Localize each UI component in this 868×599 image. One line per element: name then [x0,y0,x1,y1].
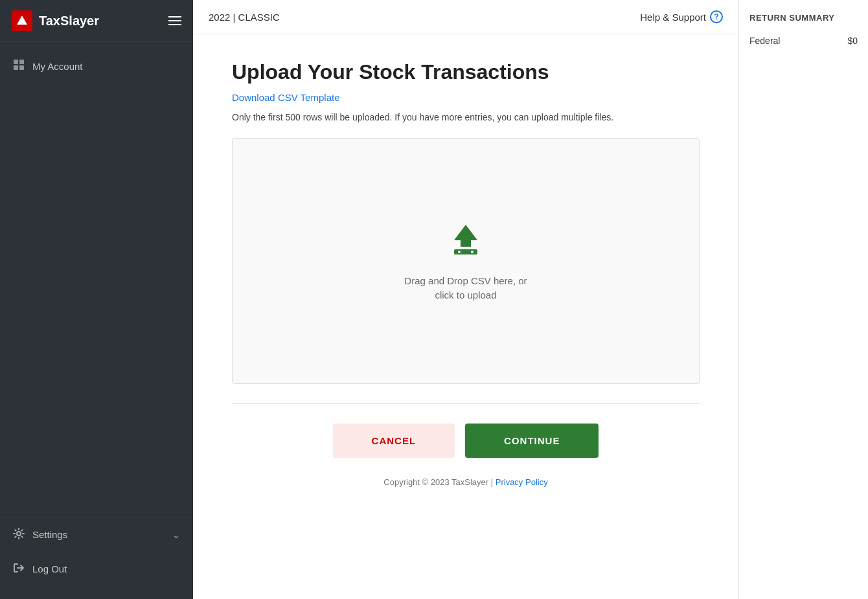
sidebar-header: TaxSlayer [0,0,193,42]
svg-point-5 [17,532,21,536]
federal-label: Federal [749,36,780,46]
section-divider [232,403,700,404]
svg-rect-7 [454,249,477,254]
upload-prompt-line2: click to upload [435,289,496,300]
logo-area: TaxSlayer [12,10,99,31]
action-buttons-row: CANCEL CONTINUE [232,424,700,458]
upload-arrow-icon [445,220,486,261]
my-account-label: My Account [32,61,83,72]
logout-label: Log Out [32,563,67,574]
help-support-button[interactable]: Help & Support ? [640,10,723,23]
logout-icon [13,562,25,576]
sidebar-item-my-account[interactable]: My Account [0,49,193,84]
upload-icon-wrapper [445,220,486,264]
download-csv-link[interactable]: Download CSV Template [232,92,339,103]
taxslayer-logo-icon [12,10,32,31]
right-panel: RETURN SUMMARY Federal $0 [738,0,868,599]
upload-prompt: Drag and Drop CSV here, or click to uplo… [404,274,527,303]
continue-button[interactable]: CONTINUE [465,424,599,458]
svg-rect-1 [14,60,18,64]
footer: Copyright © 2023 TaxSlayer | Privacy Pol… [232,477,700,487]
copyright-text: Copyright © 2023 TaxSlayer | [383,477,493,487]
settings-left: Settings [13,528,67,541]
sidebar-nav: My Account [0,42,193,517]
settings-chevron-icon: ⌄ [172,530,180,540]
sidebar-footer: Settings ⌄ Log Out [0,517,193,599]
svg-point-8 [458,251,461,253]
upload-note: Only the first 500 rows will be uploaded… [232,112,700,122]
main-content: Upload Your Stock Transactions Download … [193,34,738,599]
federal-summary-row: Federal $0 [749,36,858,46]
federal-value: $0 [847,36,858,46]
logo-text: TaxSlayer [39,14,99,28]
cancel-button[interactable]: CANCEL [333,424,455,458]
topbar: 2022 | CLASSIC Help & Support ? [193,0,738,34]
upload-prompt-line1: Drag and Drop CSV here, or [404,275,527,286]
main-area: 2022 | CLASSIC Help & Support ? Upload Y… [193,0,738,599]
svg-marker-6 [454,225,477,247]
svg-rect-3 [14,65,18,70]
sidebar-item-logout[interactable]: Log Out [0,552,193,586]
csv-upload-dropzone[interactable]: Drag and Drop CSV here, or click to uplo… [232,138,700,384]
svg-point-9 [471,251,474,253]
settings-label: Settings [32,529,67,540]
return-summary-title: RETURN SUMMARY [749,13,858,23]
topbar-title: 2022 | CLASSIC [209,12,280,23]
sidebar-item-settings[interactable]: Settings ⌄ [0,517,193,552]
help-question-icon: ? [710,10,723,23]
page-title: Upload Your Stock Transactions [232,60,700,84]
sidebar: TaxSlayer My Account [0,0,193,599]
hamburger-menu-icon[interactable] [168,16,181,25]
svg-rect-2 [19,60,24,64]
privacy-policy-link[interactable]: Privacy Policy [496,477,548,487]
settings-icon [13,528,25,541]
svg-marker-0 [17,16,27,25]
svg-rect-4 [19,65,24,70]
my-account-icon [13,59,25,73]
help-support-label: Help & Support [640,12,706,23]
